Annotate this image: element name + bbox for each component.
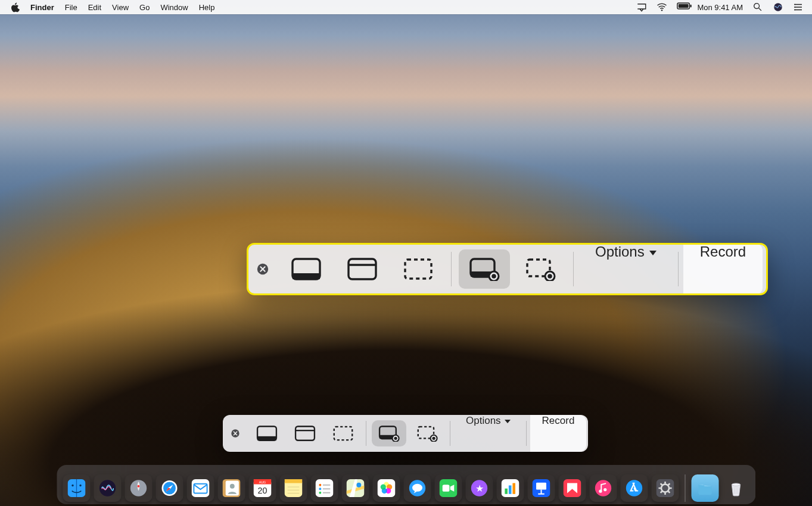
svg-text:20: 20 xyxy=(257,486,267,495)
battery-icon[interactable] xyxy=(677,2,687,13)
toolbar-divider xyxy=(573,252,574,286)
airplay-icon[interactable] xyxy=(636,2,647,13)
menu-bar: Finder File Edit View Go Window Help Mon… xyxy=(0,0,812,14)
close-icon xyxy=(231,429,240,438)
svg-rect-73 xyxy=(512,483,515,494)
record-selection-button[interactable] xyxy=(410,420,444,446)
close-button[interactable] xyxy=(247,243,278,295)
capture-selection-icon xyxy=(332,425,354,442)
dock-app-contacts[interactable] xyxy=(217,474,245,502)
dock-app-system-preferences[interactable] xyxy=(651,474,679,502)
svg-rect-45 xyxy=(284,479,302,483)
dock-downloads-folder[interactable] xyxy=(691,474,718,502)
svg-point-52 xyxy=(319,492,321,494)
menu-item-file[interactable]: File xyxy=(65,3,77,12)
menu-item-window[interactable]: Window xyxy=(160,3,188,12)
apple-menu-icon[interactable] xyxy=(11,2,20,13)
capture-window-icon xyxy=(347,257,378,281)
svg-rect-72 xyxy=(508,485,511,493)
svg-point-39 xyxy=(229,484,234,489)
svg-line-89 xyxy=(660,483,662,485)
dock: AUG20★ xyxy=(57,465,755,504)
capture-selection-button[interactable] xyxy=(326,420,360,446)
toolbar-divider xyxy=(451,252,452,286)
svg-point-93 xyxy=(732,483,740,486)
dock-app-mail[interactable] xyxy=(186,474,214,502)
notification-center-icon[interactable] xyxy=(793,2,804,13)
capture-entire-screen-button[interactable] xyxy=(281,249,332,289)
record-entire-screen-button[interactable] xyxy=(372,420,406,446)
dock-app-messages[interactable] xyxy=(403,474,431,502)
capture-window-icon xyxy=(294,425,316,442)
svg-point-9 xyxy=(794,10,795,11)
siri-icon[interactable] xyxy=(773,2,783,13)
active-app-name[interactable]: Finder xyxy=(30,3,54,12)
dock-app-safari[interactable] xyxy=(155,474,183,502)
svg-point-7 xyxy=(794,4,795,5)
svg-point-63 xyxy=(380,484,385,489)
close-button[interactable] xyxy=(223,415,248,452)
toolbar-divider xyxy=(450,421,450,446)
toolbar-divider xyxy=(526,421,527,446)
menu-item-go[interactable]: Go xyxy=(139,3,150,12)
dock-separator xyxy=(685,474,685,502)
dock-app-siri[interactable] xyxy=(94,474,121,502)
capture-window-button[interactable] xyxy=(288,420,322,446)
toolbar-divider xyxy=(366,421,366,446)
record-entire-screen-icon xyxy=(469,257,500,281)
svg-point-8 xyxy=(794,7,795,8)
record-entire-screen-button[interactable] xyxy=(459,249,510,289)
options-label: Options xyxy=(466,415,501,426)
svg-rect-2 xyxy=(679,4,689,8)
options-dropdown[interactable]: Options xyxy=(578,243,673,295)
record-button-label: Record xyxy=(700,243,746,260)
svg-rect-71 xyxy=(505,489,508,494)
dock-app-news[interactable] xyxy=(558,474,586,502)
menu-bar-clock[interactable]: Mon 9:41 AM xyxy=(697,3,743,12)
capture-entire-screen-icon xyxy=(256,425,278,442)
dock-app-maps[interactable] xyxy=(341,474,369,502)
svg-point-30 xyxy=(137,485,139,488)
svg-point-4 xyxy=(754,4,760,9)
svg-point-80 xyxy=(599,490,602,493)
record-selection-button[interactable] xyxy=(515,249,566,289)
capture-selection-button[interactable] xyxy=(393,249,444,289)
svg-point-26 xyxy=(71,485,73,486)
capture-mode-group xyxy=(278,243,446,295)
dock-app-calendar[interactable]: AUG20 xyxy=(248,474,276,502)
menu-item-help[interactable]: Help xyxy=(199,3,215,12)
menu-item-edit[interactable]: Edit xyxy=(88,3,101,12)
dock-app-numbers-or-stocks[interactable] xyxy=(496,474,524,502)
toolbar-divider xyxy=(678,252,679,286)
screenshot-toolbar-callout: Options Record xyxy=(247,243,767,295)
spotlight-icon[interactable] xyxy=(752,2,763,13)
options-dropdown[interactable]: Options xyxy=(454,415,522,452)
dock-trash[interactable] xyxy=(722,474,749,502)
dock-app-photos[interactable] xyxy=(372,474,400,502)
dock-app-keynote[interactable] xyxy=(527,474,555,502)
svg-line-5 xyxy=(759,8,761,11)
svg-text:AUG: AUG xyxy=(259,480,265,484)
dock-app-launchpad[interactable] xyxy=(125,474,152,502)
dock-app-itunes-store[interactable]: ★ xyxy=(465,474,493,502)
svg-point-0 xyxy=(661,10,662,11)
capture-entire-screen-icon xyxy=(291,257,322,281)
menu-item-view[interactable]: View xyxy=(112,3,129,12)
capture-window-button[interactable] xyxy=(337,249,388,289)
dock-app-reminders[interactable] xyxy=(310,474,338,502)
svg-point-27 xyxy=(79,485,81,486)
dock-app-facetime[interactable] xyxy=(434,474,462,502)
svg-line-90 xyxy=(668,491,670,493)
options-label: Options xyxy=(595,243,645,260)
record-button[interactable]: Record xyxy=(530,415,587,452)
record-mode-group xyxy=(370,415,446,452)
dock-app-notes[interactable] xyxy=(279,474,307,502)
record-button-label: Record xyxy=(542,415,575,426)
record-button[interactable]: Record xyxy=(683,243,763,295)
capture-entire-screen-button[interactable] xyxy=(250,420,284,446)
wifi-icon[interactable] xyxy=(657,2,667,13)
svg-point-65 xyxy=(412,484,422,492)
dock-app-app-store[interactable] xyxy=(620,474,648,502)
dock-app-music[interactable] xyxy=(589,474,617,502)
dock-app-finder[interactable] xyxy=(63,474,90,502)
